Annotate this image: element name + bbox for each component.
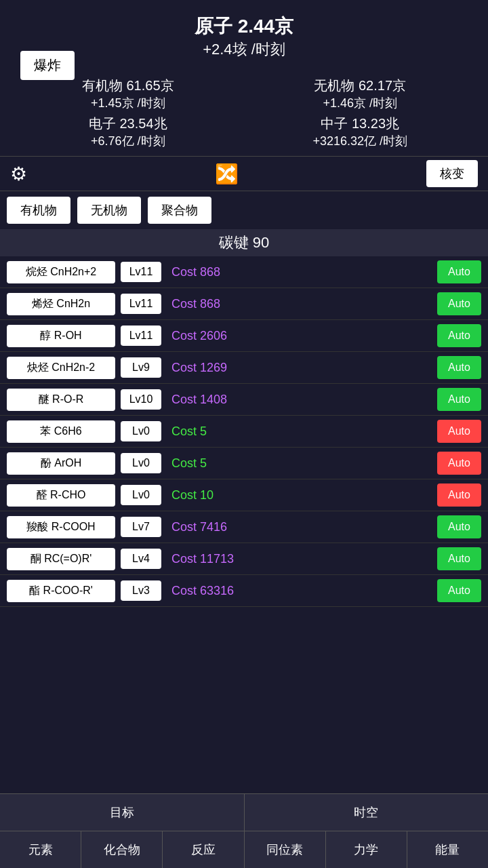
list-item: 炔烃 CnH2n-2Lv9Cost 1269Auto bbox=[0, 352, 488, 384]
bottom-row2: 元素 化合物 反应 同位素 力学 能量 bbox=[0, 831, 488, 868]
items-list: 烷烃 CnH2n+2Lv11Cost 868Auto烯烃 CnH2nLv11Co… bbox=[0, 256, 488, 731]
bottom-row1: 目标 时空 bbox=[0, 793, 488, 831]
carbon-header: 碳键 90 bbox=[0, 229, 488, 256]
inorganic-stat: 无机物 62.17京 +1.46京 /时刻 bbox=[246, 77, 475, 111]
item-level: Lv7 bbox=[121, 517, 161, 537]
auto-button[interactable]: Auto bbox=[437, 356, 481, 379]
item-name[interactable]: 醛 R-CHO bbox=[7, 484, 115, 507]
electron-stat: 电子 23.54兆 +6.76亿 /时刻 bbox=[14, 115, 243, 149]
item-cost: Cost 63316 bbox=[171, 584, 437, 598]
item-cost: Cost 2606 bbox=[171, 329, 437, 343]
item-cost: Cost 1408 bbox=[171, 393, 437, 407]
bottom-nav: 目标 时空 元素 化合物 反应 同位素 力学 能量 bbox=[0, 793, 488, 868]
auto-button[interactable]: Auto bbox=[437, 420, 481, 443]
inorganic-label: 无机物 62.17京 bbox=[246, 77, 475, 95]
item-name[interactable]: 烯烃 CnH2n bbox=[7, 293, 115, 315]
gear-icon[interactable]: ⚙ bbox=[10, 163, 27, 185]
item-level: Lv0 bbox=[121, 453, 161, 473]
inorganic-rate: +1.46京 /时刻 bbox=[246, 95, 475, 111]
item-name[interactable]: 醚 R-O-R bbox=[7, 389, 115, 411]
item-level: Lv0 bbox=[121, 421, 161, 441]
tab-polymer[interactable]: 聚合物 bbox=[148, 197, 211, 224]
tab-inorganic[interactable]: 无机物 bbox=[77, 197, 141, 224]
item-cost: Cost 11713 bbox=[171, 552, 437, 566]
nav-spacetime[interactable]: 时空 bbox=[245, 794, 489, 831]
nav-isotope[interactable]: 同位素 bbox=[245, 831, 326, 868]
controls-bar: ⚙ 🔀 核变 bbox=[0, 156, 488, 191]
item-cost: Cost 5 bbox=[171, 425, 437, 439]
stats-grid: 有机物 61.65京 +1.45京 /时刻 无机物 62.17京 +1.46京 … bbox=[0, 70, 488, 156]
item-level: Lv3 bbox=[121, 580, 161, 601]
electron-rate: +6.76亿 /时刻 bbox=[14, 133, 243, 149]
tab-bar: 有机物 无机物 聚合物 bbox=[0, 191, 488, 229]
item-level: Lv9 bbox=[121, 357, 161, 378]
auto-button[interactable]: Auto bbox=[437, 484, 481, 507]
item-cost: Cost 868 bbox=[171, 265, 437, 279]
item-name[interactable]: 羧酸 R-COOH bbox=[7, 516, 115, 538]
item-cost: Cost 868 bbox=[171, 297, 437, 311]
auto-button[interactable]: Auto bbox=[437, 324, 481, 347]
item-name[interactable]: 酮 RC(=O)R' bbox=[7, 548, 115, 570]
auto-button[interactable]: Auto bbox=[437, 547, 481, 570]
list-item: 酚 ArOHLv0Cost 5Auto bbox=[0, 448, 488, 479]
nav-reaction[interactable]: 反应 bbox=[163, 831, 244, 868]
item-cost: Cost 10 bbox=[171, 488, 437, 502]
list-item: 醇 R-OHLv11Cost 2606Auto bbox=[0, 320, 488, 352]
atom-rate: +2.4垓 /时刻 bbox=[14, 39, 474, 60]
nav-target[interactable]: 目标 bbox=[0, 794, 245, 831]
auto-button[interactable]: Auto bbox=[437, 260, 481, 283]
item-cost: Cost 1269 bbox=[171, 361, 437, 375]
neutron-stat: 中子 13.23兆 +3216.32亿 /时刻 bbox=[246, 115, 475, 149]
nav-mechanics[interactable]: 力学 bbox=[326, 831, 407, 868]
list-item: 醚 R-O-RLv10Cost 1408Auto bbox=[0, 384, 488, 416]
item-name[interactable]: 酚 ArOH bbox=[7, 452, 115, 475]
item-cost: Cost 7416 bbox=[171, 520, 437, 534]
electron-label: 电子 23.54兆 bbox=[14, 115, 243, 133]
top-section: 原子 2.44京 +2.4垓 /时刻 爆炸 bbox=[0, 0, 488, 70]
shuffle-icon[interactable]: 🔀 bbox=[215, 163, 239, 185]
neutron-rate: +3216.32亿 /时刻 bbox=[246, 133, 475, 149]
item-level: Lv11 bbox=[121, 294, 161, 314]
item-name[interactable]: 醇 R-OH bbox=[7, 325, 115, 347]
auto-button[interactable]: Auto bbox=[437, 292, 481, 315]
explode-button[interactable]: 爆炸 bbox=[20, 51, 75, 80]
auto-button[interactable]: Auto bbox=[437, 452, 481, 475]
auto-button[interactable]: Auto bbox=[437, 388, 481, 411]
item-name[interactable]: 酯 R-COO-R' bbox=[7, 580, 115, 602]
item-level: Lv11 bbox=[121, 326, 161, 346]
item-level: Lv11 bbox=[121, 262, 161, 282]
list-item: 烯烃 CnH2nLv11Cost 868Auto bbox=[0, 288, 488, 320]
list-item: 苯 C6H6Lv0Cost 5Auto bbox=[0, 416, 488, 448]
list-item: 酮 RC(=O)R'Lv4Cost 11713Auto bbox=[0, 543, 488, 575]
auto-button[interactable]: Auto bbox=[437, 515, 481, 538]
nav-energy[interactable]: 能量 bbox=[407, 831, 488, 868]
nuclear-button[interactable]: 核变 bbox=[426, 160, 478, 187]
nav-compound[interactable]: 化合物 bbox=[81, 831, 163, 868]
list-item: 醛 R-CHOLv0Cost 10Auto bbox=[0, 479, 488, 511]
item-level: Lv0 bbox=[121, 485, 161, 505]
item-level: Lv4 bbox=[121, 549, 161, 569]
tab-organic[interactable]: 有机物 bbox=[7, 197, 70, 224]
list-item: 酯 R-COO-R'Lv3Cost 63316Auto bbox=[0, 575, 488, 607]
organic-rate: +1.45京 /时刻 bbox=[14, 95, 243, 111]
list-item: 羧酸 R-COOHLv7Cost 7416Auto bbox=[0, 511, 488, 543]
atom-count: 原子 2.44京 bbox=[14, 14, 474, 39]
auto-button[interactable]: Auto bbox=[437, 579, 481, 602]
neutron-label: 中子 13.23兆 bbox=[246, 115, 475, 133]
item-name[interactable]: 炔烃 CnH2n-2 bbox=[7, 357, 115, 379]
item-name[interactable]: 苯 C6H6 bbox=[7, 420, 115, 443]
nav-element[interactable]: 元素 bbox=[0, 831, 81, 868]
list-item: 烷烃 CnH2n+2Lv11Cost 868Auto bbox=[0, 256, 488, 288]
item-level: Lv10 bbox=[121, 389, 161, 410]
organic-stat: 有机物 61.65京 +1.45京 /时刻 bbox=[14, 77, 243, 111]
item-name[interactable]: 烷烃 CnH2n+2 bbox=[7, 261, 115, 283]
item-cost: Cost 5 bbox=[171, 456, 437, 471]
